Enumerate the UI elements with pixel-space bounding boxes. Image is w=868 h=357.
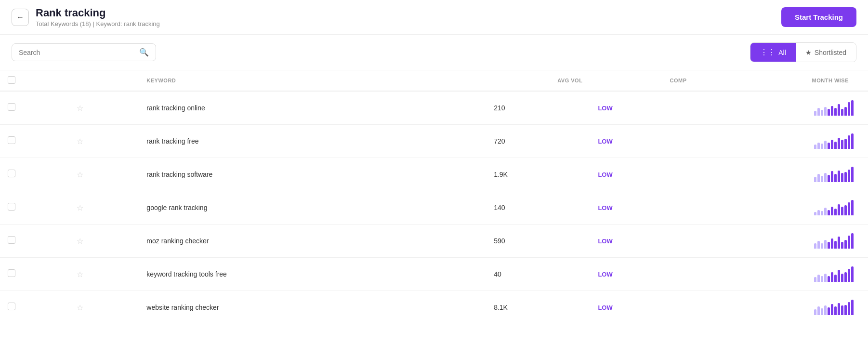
row-checkbox[interactable]: [8, 136, 15, 144]
bar: [828, 175, 830, 182]
page-subtitle: Total Keywords (18) | Keyword: rank trac…: [36, 20, 160, 27]
comp-value: LOW: [598, 105, 612, 112]
bar: [848, 236, 850, 249]
bar-chart: [814, 231, 854, 249]
subtitle-total: Total Keywords (18): [36, 20, 91, 27]
subtitle-keyword: Keyword: rank tracking: [96, 20, 160, 27]
header-avg-vol: AVG VOL: [486, 70, 590, 91]
bar: [848, 102, 850, 116]
select-all-checkbox[interactable]: [8, 76, 15, 84]
search-icon: 🔍: [139, 48, 149, 57]
bar: [838, 171, 840, 182]
bar: [831, 140, 833, 149]
star-button[interactable]: ☆: [76, 302, 84, 313]
bar: [817, 275, 820, 282]
star-button[interactable]: ☆: [76, 136, 84, 147]
avg-vol-value: 590: [494, 237, 505, 245]
bar: [821, 276, 823, 282]
bar: [851, 200, 854, 215]
table-header-row: KEYWORD AVG VOL COMP MONTH WISE: [0, 70, 868, 91]
bar: [834, 209, 837, 215]
bar-chart: [814, 298, 854, 315]
bar-chart: [814, 264, 854, 282]
bar-chart: [814, 132, 854, 149]
back-button[interactable]: ←: [12, 9, 29, 26]
header: ← Rank tracking Total Keywords (18) | Ke…: [0, 0, 868, 35]
search-input[interactable]: [19, 49, 135, 56]
bar: [821, 176, 823, 182]
bar: [841, 305, 843, 315]
header-star-col: [68, 70, 139, 91]
avg-vol-value: 210: [494, 104, 505, 112]
bar: [844, 139, 847, 149]
comp-value: LOW: [598, 171, 612, 178]
comp-value: LOW: [598, 304, 612, 311]
header-keyword: KEYWORD: [139, 70, 486, 91]
header-month-wise: MONTH WISE: [695, 70, 868, 91]
bar: [817, 108, 820, 116]
bar: [841, 109, 843, 116]
row-checkbox[interactable]: [8, 103, 15, 111]
table-row: ☆keyword tracking tools free40LOW: [0, 258, 868, 291]
start-tracking-button[interactable]: Start Tracking: [781, 7, 856, 27]
table-row: ☆rank tracking free720LOW: [0, 125, 868, 158]
comp-value: LOW: [598, 138, 612, 145]
bar-chart: [814, 98, 854, 116]
comp-value: LOW: [598, 271, 612, 278]
bar: [821, 144, 823, 149]
star-icon: ★: [805, 49, 812, 56]
bar: [851, 133, 854, 149]
bar: [851, 266, 854, 282]
bar: [824, 173, 827, 182]
table-row: ☆google rank tracking140LOW: [0, 191, 868, 225]
bar: [831, 238, 833, 249]
star-button[interactable]: ☆: [76, 269, 84, 280]
bar: [838, 237, 840, 249]
bar: [844, 107, 847, 116]
comp-value: LOW: [598, 238, 612, 245]
search-box[interactable]: 🔍: [12, 43, 156, 61]
row-checkbox[interactable]: [8, 303, 15, 310]
bar: [831, 207, 833, 215]
row-checkbox[interactable]: [8, 269, 15, 277]
filter-shortlisted-button[interactable]: ★ Shortlisted: [796, 43, 856, 62]
avg-vol-value: 1.9K: [494, 171, 508, 178]
bar-chart: [814, 165, 854, 182]
table-row: ☆rank tracking online210LOW: [0, 91, 868, 125]
bar: [828, 210, 830, 215]
filter-all-button[interactable]: ⋮⋮ All: [750, 43, 796, 62]
keyword-text: keyword tracking tools free: [146, 270, 227, 278]
bar: [848, 302, 850, 315]
row-checkbox[interactable]: [8, 236, 15, 244]
row-checkbox[interactable]: [8, 170, 15, 177]
table-row: ☆rank tracking software1.9KLOW: [0, 158, 868, 191]
bar: [851, 167, 854, 182]
keyword-text: website ranking checker: [146, 304, 219, 311]
bar: [814, 111, 816, 116]
bar: [834, 142, 837, 149]
bar: [844, 272, 847, 282]
bar: [834, 275, 837, 282]
bar: [841, 207, 843, 215]
bar: [848, 269, 850, 282]
star-button[interactable]: ☆: [76, 236, 84, 247]
avg-vol-value: 720: [494, 137, 505, 145]
bar: [817, 306, 820, 315]
bar: [828, 307, 830, 315]
star-button[interactable]: ☆: [76, 202, 84, 213]
table-row: ☆moz ranking checker590LOW: [0, 225, 868, 258]
grid-icon: ⋮⋮: [760, 48, 776, 57]
star-button[interactable]: ☆: [76, 169, 84, 180]
star-button[interactable]: ☆: [76, 103, 84, 114]
row-checkbox[interactable]: [8, 203, 15, 211]
bar: [844, 305, 847, 315]
bar: [814, 243, 816, 249]
bar: [824, 107, 827, 116]
bar: [838, 270, 840, 282]
bar: [824, 240, 827, 249]
avg-vol-value: 40: [494, 270, 501, 278]
header-left: ← Rank tracking Total Keywords (18) | Ke…: [12, 7, 160, 27]
keywords-table: KEYWORD AVG VOL COMP MONTH WISE ☆rank tr…: [0, 70, 868, 324]
avg-vol-value: 8.1K: [494, 304, 508, 311]
bar: [841, 140, 843, 149]
